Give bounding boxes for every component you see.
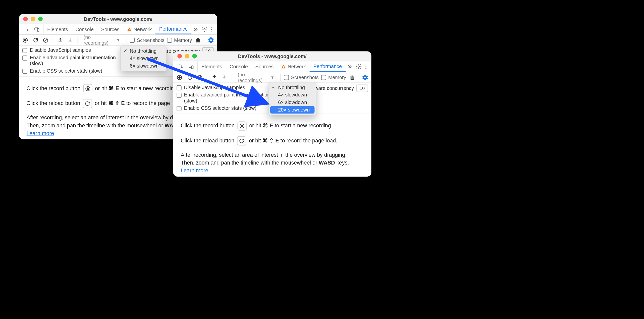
close-icon[interactable] (23, 17, 28, 21)
kebab-menu-icon[interactable] (362, 63, 370, 70)
window-title: DevTools - www.google.com/ (173, 53, 371, 59)
screenshots-checkbox[interactable]: Screenshots (130, 37, 165, 43)
throttle-option-4x[interactable]: 4× slowdown (269, 91, 316, 99)
reload-inline-icon (83, 99, 92, 108)
tab-network[interactable]: Network (123, 24, 155, 34)
disable-js-label: Disable JavaScript samples (30, 47, 91, 53)
clear-button[interactable] (42, 36, 49, 44)
device-toolbar-icon[interactable] (33, 25, 41, 33)
kebab-menu-icon[interactable] (208, 25, 216, 33)
zoom-icon[interactable] (192, 54, 197, 59)
svg-point-24 (179, 76, 181, 78)
warning-icon (127, 27, 132, 32)
reload-button[interactable] (32, 36, 39, 44)
reload-button[interactable] (186, 73, 193, 81)
more-tabs-icon[interactable] (346, 63, 353, 70)
svg-point-20 (365, 64, 366, 65)
capture-settings: Disable JavaScript samples CPU: Enable a… (173, 83, 371, 114)
download-profile-button[interactable] (221, 73, 228, 81)
tab-elements[interactable]: Elements (198, 61, 226, 72)
svg-rect-4 (129, 30, 130, 30)
disable-js-checkbox[interactable] (22, 48, 27, 53)
after-line2c: keys. (335, 159, 349, 166)
tab-console[interactable]: Console (72, 24, 97, 34)
tab-performance[interactable]: Performance (155, 24, 191, 34)
record-inline-icon (83, 84, 92, 93)
record-button[interactable] (22, 36, 29, 44)
tab-performance[interactable]: Performance (310, 61, 346, 72)
tab-console[interactable]: Console (226, 61, 251, 72)
advanced-paint-label: Enable advanced paint instrumentation (s… (30, 55, 127, 66)
svg-point-22 (365, 68, 366, 69)
css-selector-checkbox[interactable] (177, 106, 182, 111)
learn-more-link[interactable]: Learn more (181, 167, 208, 174)
warning-icon (281, 64, 286, 69)
recordings-select[interactable]: (no recordings) ▼ (235, 73, 277, 81)
throttle-option-4x[interactable]: 4× slowdown (121, 55, 166, 62)
css-selector-label: Enable CSS selector stats (slow) (30, 68, 102, 74)
capture-settings-icon[interactable] (361, 73, 369, 81)
capture-settings-icon[interactable] (207, 36, 214, 44)
inspect-icon[interactable] (177, 63, 185, 70)
minimize-icon[interactable] (31, 17, 35, 21)
svg-point-6 (211, 27, 212, 28)
device-toolbar-icon[interactable] (187, 63, 195, 70)
css-selector-label: Enable CSS selector stats (slow) (184, 105, 256, 111)
svg-rect-17 (283, 66, 284, 67)
more-tabs-icon[interactable] (191, 25, 199, 33)
download-profile-button[interactable] (67, 36, 74, 44)
screenshots-label: Screenshots (291, 74, 319, 80)
memory-label: Memory (328, 74, 346, 80)
record-hint-tail: to start a new recording. (275, 122, 333, 129)
minimize-icon[interactable] (185, 54, 189, 59)
hw-conc-value[interactable]: 10 (356, 85, 368, 92)
learn-more-link[interactable]: Learn more (27, 130, 54, 136)
cpu-throttling-dropdown[interactable]: No throttling 4× slowdown 6× slowdown 20… (269, 82, 316, 115)
upload-profile-button[interactable] (210, 73, 218, 81)
throttle-option-20x[interactable]: 20× slowdown (270, 106, 315, 114)
cpu-throttling-dropdown[interactable]: No throttling 4× slowdown 6× slowdown (120, 46, 167, 71)
tab-bar: Elements Console Sources Network Perform… (173, 61, 371, 72)
svg-rect-18 (283, 67, 284, 68)
tab-network[interactable]: Network (277, 61, 310, 72)
chevron-down-icon: ▼ (116, 38, 120, 42)
screenshots-checkbox[interactable]: Screenshots (284, 74, 319, 80)
after-line2a: Then, zoom and pan the timeline with the… (27, 122, 165, 128)
tab-network-label: Network (288, 64, 306, 69)
reload-hint-tail: to record the page load. (280, 137, 337, 144)
advanced-paint-checkbox[interactable] (177, 93, 182, 98)
svg-point-13 (87, 88, 89, 90)
settings-gear-icon[interactable] (201, 25, 208, 33)
record-hint-prefix: Click the record button (181, 122, 236, 129)
upload-profile-button[interactable] (56, 36, 64, 44)
clear-button[interactable] (196, 73, 203, 81)
tab-sources[interactable]: Sources (97, 24, 123, 34)
close-icon[interactable] (177, 54, 182, 59)
settings-gear-icon[interactable] (355, 63, 362, 70)
titlebar: DevTools - www.google.com/ (173, 51, 371, 62)
throttle-option-none[interactable]: No throttling (269, 84, 316, 91)
svg-point-21 (365, 66, 366, 67)
tab-sources[interactable]: Sources (252, 61, 277, 72)
css-selector-checkbox[interactable] (22, 69, 27, 74)
reload-shortcut: ⌘ ⇧ E (262, 137, 279, 144)
record-button[interactable] (176, 73, 183, 81)
advanced-paint-checkbox[interactable] (22, 56, 27, 61)
disable-js-checkbox[interactable] (177, 85, 182, 90)
reload-hint-suffix: or hit (95, 100, 108, 106)
memory-checkbox[interactable]: Memory (321, 74, 346, 80)
tab-elements[interactable]: Elements (43, 24, 72, 34)
memory-checkbox[interactable]: Memory (167, 37, 192, 43)
collect-garbage-button[interactable] (194, 36, 202, 44)
recordings-select[interactable]: (no recordings) ▼ (81, 36, 123, 44)
record-hint-tail: to start a new recording. (121, 85, 178, 91)
advanced-paint-label: Enable advanced paint instrumentation (s… (184, 92, 281, 103)
throttle-option-6x[interactable]: 6× slowdown (269, 99, 316, 106)
throttle-option-6x[interactable]: 6× slowdown (121, 62, 166, 70)
throttle-option-none[interactable]: No throttling (121, 47, 166, 55)
record-hint-suffix: or hit (249, 122, 263, 129)
zoom-icon[interactable] (38, 17, 43, 21)
svg-point-27 (241, 125, 243, 127)
inspect-icon[interactable] (23, 25, 31, 33)
collect-garbage-button[interactable] (349, 73, 356, 81)
